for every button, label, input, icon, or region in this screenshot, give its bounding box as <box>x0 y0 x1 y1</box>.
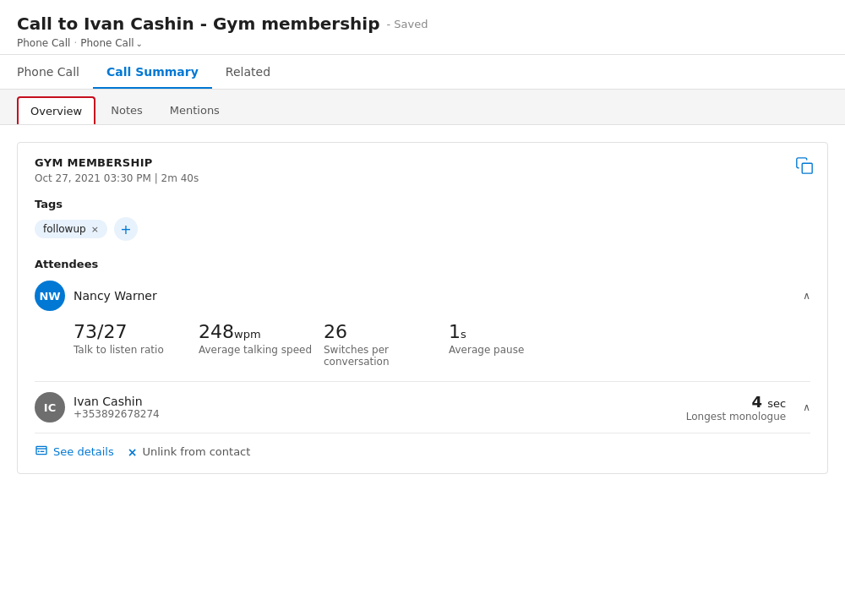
call-title: GYM MEMBERSHIP <box>35 156 810 169</box>
unlink-label: Unlink from contact <box>142 445 250 458</box>
tag-label: followup <box>43 223 86 235</box>
svg-point-2 <box>38 450 40 452</box>
attendee-monologue-ic: 4 sec Longest monologue <box>686 393 786 422</box>
copy-button[interactable] <box>795 156 814 177</box>
chevron-down-icon: ⌄ <box>136 39 143 48</box>
unlink-icon: × <box>128 445 138 459</box>
attendee-name-ic: Ivan Cashin <box>74 395 160 408</box>
tab-phone-call[interactable]: Phone Call <box>17 55 93 89</box>
breadcrumb: Phone Call · Phone Call ⌄ <box>17 37 828 49</box>
stat-avg-pause: 1s Average pause <box>449 321 567 368</box>
stat-value-talking-speed: 248wpm <box>199 321 317 342</box>
call-record-card: GYM MEMBERSHIP Oct 27, 2021 03:30 PM | 2… <box>17 142 828 474</box>
attendee-row-nw: NW Nancy Warner ∧ <box>35 281 810 311</box>
see-details-icon <box>35 444 48 460</box>
tags-section: Tags followup × + <box>35 198 810 241</box>
monologue-label: Longest monologue <box>686 411 786 422</box>
tab-call-summary[interactable]: Call Summary <box>93 55 212 89</box>
sub-tabs: Overview Notes Mentions <box>0 90 845 125</box>
see-details-row: See details × Unlink from contact <box>35 444 810 460</box>
tag-chip-followup: followup × <box>35 220 107 238</box>
plus-icon: + <box>120 221 131 237</box>
attendees-section: Attendees NW Nancy Warner ∧ <box>35 258 810 460</box>
attendee-divider <box>35 381 810 382</box>
breadcrumb-link-1[interactable]: Phone Call <box>17 37 70 49</box>
stat-value-talk-listen: 73/27 <box>74 321 192 342</box>
title-text: Call to Ivan Cashin - Gym membership <box>17 14 379 34</box>
tags-row: followup × + <box>35 217 810 241</box>
tag-add-button[interactable]: + <box>114 217 138 241</box>
stat-talk-listen: 73/27 Talk to listen ratio <box>74 321 192 368</box>
call-duration: 2m 40s <box>161 172 199 184</box>
attendee-info-nw: NW Nancy Warner <box>35 281 157 311</box>
attendee-ivan-cashin: IC Ivan Cashin +353892678274 4 sec <box>35 392 810 422</box>
call-date: Oct 27, 2021 03:30 PM <box>35 172 151 184</box>
content-area: GYM MEMBERSHIP Oct 27, 2021 03:30 PM | 2… <box>0 125 845 491</box>
stat-label-talking-speed: Average talking speed <box>199 344 317 356</box>
attendees-label: Attendees <box>35 258 810 270</box>
stat-talking-speed: 248wpm Average talking speed <box>199 321 317 368</box>
attendee-row-ic: IC Ivan Cashin +353892678274 4 sec <box>35 392 810 422</box>
stat-value-avg-pause: 1s <box>449 321 567 342</box>
stat-value-switches: 26 <box>324 321 442 342</box>
attendee-nancy-warner: NW Nancy Warner ∧ 73/27 Talk to listen r… <box>35 281 810 368</box>
stat-label-talk-listen: Talk to listen ratio <box>74 344 192 356</box>
bottom-divider <box>35 433 810 433</box>
svg-rect-0 <box>802 163 812 173</box>
attendee-info-ic: IC Ivan Cashin +353892678274 <box>35 392 160 422</box>
call-meta: Oct 27, 2021 03:30 PM | 2m 40s <box>35 172 810 184</box>
page-title: Call to Ivan Cashin - Gym membership - S… <box>17 14 828 34</box>
avatar-nw: NW <box>35 281 65 311</box>
call-meta-separator: | <box>155 172 161 184</box>
stat-label-switches: Switches per conversation <box>324 344 442 368</box>
tags-label: Tags <box>35 198 810 210</box>
page-header: Call to Ivan Cashin - Gym membership - S… <box>0 0 845 55</box>
attendee-phone-ic: +353892678274 <box>74 408 160 420</box>
stat-switches: 26 Switches per conversation <box>324 321 442 368</box>
unlink-link[interactable]: × Unlink from contact <box>128 445 251 459</box>
attendee-name-nw: Nancy Warner <box>74 289 157 303</box>
collapse-nw-button[interactable]: ∧ <box>803 290 810 302</box>
attendee-stats-nw: 73/27 Talk to listen ratio 248wpm Averag… <box>74 321 810 368</box>
sub-tab-notes[interactable]: Notes <box>99 97 155 123</box>
stat-label-avg-pause: Average pause <box>449 344 567 356</box>
sub-tab-overview[interactable]: Overview <box>17 96 95 124</box>
see-details-link[interactable]: See details <box>35 444 114 460</box>
main-tabs: Phone Call Call Summary Related <box>0 55 845 90</box>
breadcrumb-dropdown[interactable]: Phone Call ⌄ <box>80 37 143 49</box>
svg-rect-1 <box>36 446 46 454</box>
monologue-value: 4 sec <box>751 393 786 411</box>
avatar-ic: IC <box>35 392 65 422</box>
collapse-ic-button[interactable]: ∧ <box>803 401 810 413</box>
tag-remove-button[interactable]: × <box>91 224 99 235</box>
sub-tab-mentions[interactable]: Mentions <box>158 97 232 123</box>
tab-related[interactable]: Related <box>212 55 284 89</box>
breadcrumb-link-2: Phone Call <box>80 37 134 49</box>
breadcrumb-separator: · <box>74 37 77 49</box>
saved-badge: - Saved <box>386 18 428 30</box>
see-details-label: See details <box>53 445 114 458</box>
